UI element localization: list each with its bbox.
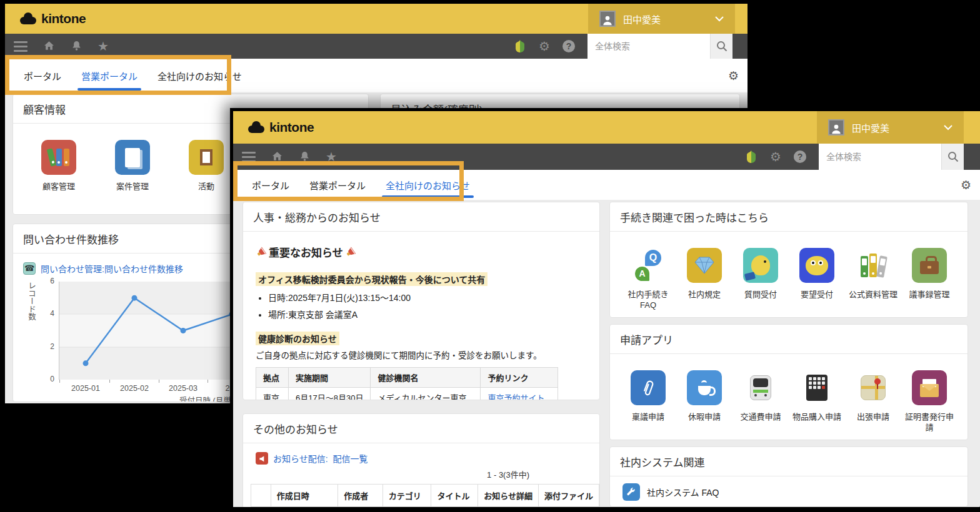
- coffee-cup-icon: [687, 370, 722, 405]
- news-view-link[interactable]: 配信一覧: [333, 452, 368, 465]
- app-vacation-request[interactable]: 休暇申請: [676, 370, 732, 433]
- app-certificate-issue[interactable]: 証明書発行申請: [901, 370, 958, 433]
- important-notice-text: 重要なお知らせ: [269, 244, 343, 260]
- col-attachment: 添付ファイル: [538, 485, 599, 507]
- news-app-link[interactable]: お知らせ配信:: [273, 452, 328, 465]
- app-label: 社内規定: [688, 290, 721, 300]
- tab-sales-portal[interactable]: 営業ポータル: [71, 59, 148, 92]
- app-label: 交通費申請: [740, 412, 781, 423]
- app-ringi-request[interactable]: 稟議申請: [620, 370, 676, 433]
- tab-company-news[interactable]: 全社向けのお知らせ: [376, 170, 480, 200]
- table-row: 東京 6月17日〜8月30日 メディカルセンター東京 東京予約サイト: [256, 388, 558, 401]
- hamburger-menu-icon[interactable]: [242, 152, 256, 162]
- favorites-star-icon[interactable]: ★: [326, 150, 337, 163]
- procedures-title: 手続き関連で困った時はこちら: [610, 202, 968, 232]
- health-check-table: 拠点 実施期間 健診機関名 予約リンク 東京 6月17日〜8月30日 メディカル…: [256, 367, 558, 400]
- x-tick-mark: [159, 380, 159, 383]
- app-label: 社内手続き FAQ: [620, 290, 676, 311]
- app-official-documents[interactable]: 公式資料管理: [845, 248, 901, 311]
- user-name: 田中愛美: [852, 121, 889, 134]
- tab-sales-portal-label: 営業ポータル: [309, 179, 366, 192]
- col-author: 作成者: [338, 485, 382, 507]
- beginner-guide-icon[interactable]: [514, 39, 526, 54]
- app-customer-management[interactable]: 顧客管理: [22, 140, 96, 192]
- office-relocation-notice-title: オフィス移転検討委員会から現状報告・今後について共有: [256, 272, 488, 286]
- chevron-down-icon: [944, 122, 952, 133]
- col-site: 拠点: [256, 368, 289, 388]
- notification-bell-icon[interactable]: [71, 39, 82, 54]
- kintone-logo-text: kintone: [41, 11, 86, 26]
- internal-systems-card: 社内システム関連 社内システム FAQ IT相談窓口: [609, 446, 968, 507]
- activity-frame-icon: [189, 140, 224, 175]
- train-icon: [743, 370, 778, 405]
- user-name: 田中愛美: [623, 12, 661, 26]
- global-toolbar: ★ ⚙ ?: [5, 34, 748, 59]
- phone-app-icon: ☎: [23, 262, 36, 275]
- kintone-header: kintone 田中愛美: [233, 111, 980, 144]
- site-cell: 東京: [256, 388, 289, 401]
- megaphone-emoji: [345, 247, 356, 258]
- org-cell: メディカルセンター東京: [371, 388, 481, 401]
- notice-datetime: 日時:2025年7月1日(火)13:15〜14:00: [268, 291, 587, 303]
- hr-announcements-body: 重要なお知らせ オフィス移転検討委員会から現状報告・今後について共有 日時:20…: [243, 232, 599, 400]
- app-internal-rules[interactable]: 社内規定: [676, 248, 732, 311]
- app-question-desk[interactable]: 質問受付: [732, 248, 789, 311]
- app-request-desk[interactable]: 要望受付: [789, 248, 845, 311]
- other-news-card: その他のお知らせ お知らせ配信: 配信一覧 1 - 3(3件中) 作成日時 作成…: [242, 413, 600, 507]
- favorites-star-icon[interactable]: ★: [98, 40, 109, 52]
- link-internal-system-faq[interactable]: 社内システム FAQ: [610, 476, 968, 501]
- app-internal-procedures-faq[interactable]: QA 社内手続き FAQ: [620, 248, 676, 311]
- search-icon[interactable]: [710, 34, 732, 59]
- kintone-logo[interactable]: kintone: [19, 11, 86, 26]
- kintone-logo[interactable]: kintone: [247, 120, 314, 135]
- app-label: 休暇申請: [688, 412, 721, 423]
- tab-portal[interactable]: ポータル: [14, 59, 71, 92]
- tab-portal[interactable]: ポータル: [242, 170, 299, 200]
- home-icon[interactable]: [42, 39, 56, 54]
- beginner-guide-icon[interactable]: [745, 149, 758, 164]
- customer-management-binders-icon: [41, 140, 76, 175]
- user-menu[interactable]: 田中愛美: [588, 4, 735, 34]
- link-it-helpdesk[interactable]: IT相談窓口: [610, 501, 968, 507]
- y-tick: 4: [39, 309, 54, 318]
- health-check-description: ご自身の拠点に対応する健診機関にて期間内に予約・受診をお願いします。: [256, 348, 587, 361]
- global-toolbar: ★ ⚙ ?: [233, 144, 980, 170]
- search-input[interactable]: [588, 34, 710, 59]
- tab-company-news-label: 全社向けのお知らせ: [386, 179, 470, 192]
- hamburger-menu-icon[interactable]: [14, 41, 28, 52]
- app-meeting-minutes[interactable]: 議事録管理: [901, 248, 958, 311]
- inquiry-chart-link[interactable]: 問い合わせ管理:問い合わせ件数推移: [41, 262, 183, 275]
- portal-settings-gear-icon[interactable]: ⚙: [728, 69, 739, 83]
- tab-company-news[interactable]: 全社向けのお知らせ: [148, 59, 252, 92]
- portal-tab-bar: ポータル 営業ポータル 全社向けのお知らせ ⚙: [233, 170, 980, 200]
- table-row: [251, 507, 599, 508]
- app-label: 顧客管理: [42, 182, 75, 192]
- portal-settings-gear-icon[interactable]: ⚙: [961, 178, 971, 192]
- user-menu[interactable]: 田中愛美: [817, 111, 964, 144]
- notification-bell-icon[interactable]: [299, 150, 311, 164]
- y-tick: 2: [39, 342, 54, 351]
- home-icon[interactable]: [271, 150, 284, 164]
- search-icon[interactable]: [941, 144, 964, 170]
- tab-sales-portal[interactable]: 営業ポータル: [299, 170, 376, 200]
- help-icon[interactable]: ?: [794, 150, 806, 163]
- pagination-label: 1 - 3(3件中): [243, 466, 599, 484]
- app-business-trip[interactable]: 出張申請: [845, 370, 901, 433]
- settings-gear-icon[interactable]: ⚙: [770, 150, 781, 163]
- qa-bubbles-icon: QA: [631, 248, 666, 283]
- app-purchase-request[interactable]: 物品購入申請: [789, 370, 845, 433]
- settings-gear-icon[interactable]: ⚙: [539, 40, 550, 52]
- diamond-icon: [687, 248, 722, 283]
- app-label: 物品購入申請: [792, 412, 841, 423]
- app-transport-expense[interactable]: 交通費申請: [732, 370, 789, 433]
- application-app-row: 稟議申請 休暇申請 交通費申請 物品購入申請: [610, 354, 968, 438]
- envelope-letter-icon: [912, 370, 947, 405]
- x-tick: 2025-03: [163, 384, 203, 393]
- help-icon[interactable]: ?: [562, 40, 575, 52]
- tokyo-reservation-link[interactable]: 東京予約サイト: [488, 393, 544, 400]
- tab-portal-label: ポータル: [252, 179, 289, 192]
- search-input[interactable]: [819, 144, 941, 170]
- y-tick: 0: [39, 375, 54, 383]
- screenshot-canvas: kintone 田中愛美 ★ ⚙ ?: [0, 0, 980, 512]
- app-case-management[interactable]: 案件管理: [96, 140, 169, 192]
